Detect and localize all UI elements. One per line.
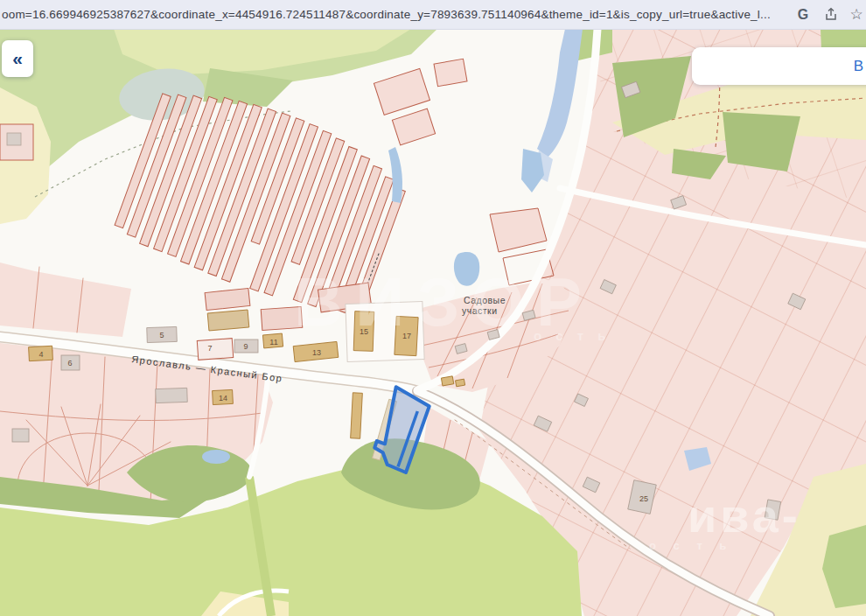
svg-text:о с т ь: о с т ь (534, 328, 611, 343)
browser-window: { "browser": { "url": "oom=16.6699469253… (0, 0, 866, 616)
svg-text:ива-: ива- (688, 489, 801, 542)
url-text[interactable]: oom=16.669946925387627&coordinate_x=4454… (2, 0, 776, 29)
svg-text:25: 25 (639, 494, 648, 503)
svg-text:14: 14 (219, 394, 227, 402)
svg-text:6: 6 (67, 359, 72, 368)
svg-text:о с т ь: о с т ь (649, 539, 733, 552)
collapse-sidebar-button[interactable]: « (2, 40, 33, 77)
share-icon[interactable] (820, 0, 842, 29)
svg-text:9: 9 (243, 342, 248, 351)
svg-text:13: 13 (312, 348, 321, 357)
bookmark-star-icon[interactable]: ☆ (846, 0, 866, 29)
svg-text:5: 5 (159, 331, 164, 340)
svg-text:4: 4 (38, 350, 43, 359)
search-panel[interactable]: В (692, 47, 866, 85)
search-panel-text: В (854, 58, 863, 75)
google-icon[interactable]: G (792, 0, 814, 29)
svg-text:11: 11 (269, 338, 277, 346)
map-canvas[interactable]: 4 6 5 7 9 11 13 14 15 17 25 Ярославль — … (0, 29, 866, 616)
svg-text:7: 7 (207, 344, 212, 353)
browser-url-bar[interactable]: oom=16.669946925387627&coordinate_x=4454… (0, 0, 866, 30)
